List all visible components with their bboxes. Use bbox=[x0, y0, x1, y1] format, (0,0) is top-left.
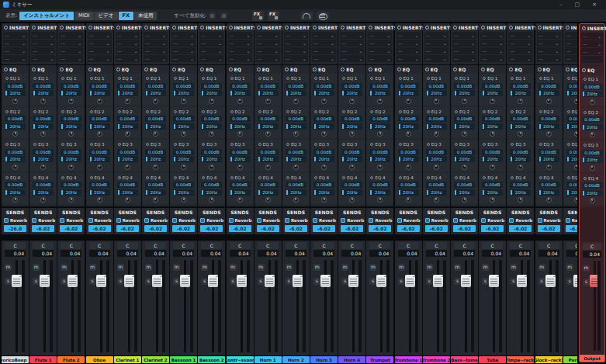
eq-band-power-icon[interactable] bbox=[230, 77, 234, 80]
eq-band-power-icon[interactable] bbox=[370, 176, 373, 179]
insert-slot-4[interactable]: Compr~⌄ bbox=[581, 56, 603, 63]
pan-control[interactable]: C bbox=[566, 242, 577, 249]
eq-band-power-icon[interactable] bbox=[342, 110, 345, 113]
inserts-power-icon[interactable] bbox=[200, 26, 204, 29]
eq-band-power-icon[interactable] bbox=[314, 176, 317, 179]
eq-freq-field[interactable]: 20Hz bbox=[313, 90, 334, 96]
send-power-icon[interactable] bbox=[538, 218, 542, 223]
insert-slot-2[interactable]: ---⌄ bbox=[312, 40, 336, 47]
eq-power-icon[interactable] bbox=[285, 68, 289, 71]
insert-slot-2[interactable]: ---⌄ bbox=[116, 40, 140, 47]
insert-slot-4[interactable]: ---⌄ bbox=[228, 55, 252, 62]
eq-gain-field[interactable]: 0.00dB bbox=[369, 116, 390, 122]
eq-freq-field[interactable]: 20Hz bbox=[454, 189, 475, 196]
insert-slot-2[interactable]: ---⌄ bbox=[3, 40, 27, 47]
eq-freq-field[interactable]: 20Hz bbox=[258, 189, 279, 196]
send-power-icon[interactable] bbox=[229, 218, 234, 223]
fader-track[interactable] bbox=[380, 260, 383, 353]
eq-power-icon[interactable] bbox=[257, 68, 261, 71]
solo-button[interactable]: s bbox=[5, 278, 12, 285]
insert-slot-4[interactable]: ---⌄ bbox=[284, 55, 308, 62]
fader-value-field[interactable]: 0.04 bbox=[89, 250, 110, 257]
pan-control[interactable]: C bbox=[61, 242, 81, 249]
eq-q-knob[interactable] bbox=[406, 131, 411, 137]
insert-slot-4[interactable]: ---⌄ bbox=[88, 55, 112, 62]
inserts-power-icon[interactable] bbox=[369, 26, 372, 29]
eq-gain-field[interactable]: 0.00dB bbox=[454, 182, 475, 188]
eq-q-knob[interactable] bbox=[237, 131, 243, 137]
inserts-power-icon[interactable] bbox=[4, 26, 8, 29]
eq-q-knob[interactable] bbox=[590, 99, 595, 105]
eq-band-power-icon[interactable] bbox=[511, 77, 514, 80]
solo-button[interactable]: s bbox=[369, 278, 376, 285]
solo-button[interactable]: s bbox=[482, 278, 489, 285]
eq-gain-field[interactable]: 0.00dB bbox=[582, 150, 603, 156]
eq-q-knob[interactable] bbox=[40, 131, 46, 137]
send-power-icon[interactable] bbox=[32, 218, 36, 223]
eq-freq-field[interactable]: 20Hz bbox=[145, 123, 166, 130]
channel-name-label[interactable]: Bassoon 1 bbox=[170, 356, 197, 363]
eq-freq-field[interactable]: 20Hz bbox=[482, 156, 503, 162]
eq-freq-field[interactable]: 20Hz bbox=[582, 157, 603, 163]
insert-slot-2[interactable]: ---⌄ bbox=[368, 40, 392, 47]
eq-q-knob[interactable] bbox=[68, 131, 74, 137]
eq-gain-field[interactable]: 0.00dB bbox=[398, 83, 419, 89]
eq-band-power-icon[interactable] bbox=[61, 110, 64, 113]
pan-control[interactable]: C bbox=[201, 242, 222, 249]
eq-power-icon[interactable] bbox=[453, 68, 457, 71]
eq-gain-field[interactable]: 0.00dB bbox=[201, 182, 222, 188]
insert-slot-1[interactable]: ---⌄ bbox=[3, 32, 27, 39]
eq-gain-field[interactable]: 0.00dB bbox=[5, 116, 26, 122]
eq-gain-field[interactable]: 0.00dB bbox=[230, 182, 251, 188]
eq-q-knob[interactable] bbox=[153, 197, 158, 203]
eq-q-knob[interactable] bbox=[434, 131, 439, 137]
eq-q-knob[interactable] bbox=[349, 165, 355, 170]
pan-control[interactable]: C bbox=[117, 242, 138, 249]
eq-gain-field[interactable]: 0.00dB bbox=[117, 182, 138, 188]
fader-track[interactable] bbox=[594, 261, 596, 352]
pan-control[interactable]: C bbox=[341, 242, 362, 249]
eq-freq-field[interactable]: 20Hz bbox=[258, 156, 279, 162]
eq-band-power-icon[interactable] bbox=[539, 77, 542, 80]
insert-slot-4[interactable]: ---⌄ bbox=[396, 55, 421, 62]
send-level-field[interactable]: -6.02 bbox=[341, 225, 363, 232]
eq-freq-field[interactable]: 20Hz bbox=[33, 90, 54, 96]
fader-track[interactable] bbox=[241, 260, 243, 353]
insert-slot-3[interactable]: ---⌄ bbox=[59, 47, 83, 54]
tab-midi[interactable]: MIDI bbox=[74, 12, 93, 20]
insert-slot-4[interactable]: ---⌄ bbox=[171, 55, 196, 62]
eq-q-knob[interactable] bbox=[40, 99, 46, 104]
insert-slot-1[interactable]: ---⌄ bbox=[508, 32, 532, 39]
eq-gain-field[interactable]: 0.00dB bbox=[5, 149, 26, 155]
inserts-power-icon[interactable] bbox=[582, 26, 586, 30]
eq-band-power-icon[interactable] bbox=[399, 110, 402, 113]
eq-freq-field[interactable]: 20Hz bbox=[286, 90, 306, 96]
insert-slot-4[interactable]: ---⌄ bbox=[59, 55, 83, 62]
mute-button[interactable]: m bbox=[426, 264, 433, 271]
eq-band-power-icon[interactable] bbox=[427, 143, 430, 146]
eq-freq-field[interactable]: 20Hz bbox=[341, 189, 362, 196]
eq-freq-field[interactable]: 20Hz bbox=[5, 90, 26, 96]
eq-freq-field[interactable]: 20Hz bbox=[313, 156, 334, 162]
eq-band-power-icon[interactable] bbox=[258, 176, 261, 179]
send-power-icon[interactable] bbox=[509, 218, 514, 223]
maximize-button[interactable]: ▢ bbox=[575, 2, 580, 8]
tab-fx[interactable]: FX bbox=[119, 12, 133, 20]
eq-gain-field[interactable]: 0.00dB bbox=[145, 149, 166, 155]
fader-value-field[interactable]: 0.04 bbox=[454, 250, 475, 257]
fader-track[interactable] bbox=[184, 260, 186, 353]
insert-slot-1[interactable]: ---⌄ bbox=[581, 33, 603, 40]
eq-gain-field[interactable]: 0.00dB bbox=[369, 149, 390, 155]
eq-gain-field[interactable]: 0.00dB bbox=[538, 83, 559, 89]
eq-gain-field[interactable]: 0.00dB bbox=[313, 149, 334, 155]
minimize-button[interactable]: – bbox=[559, 2, 563, 8]
fader-track[interactable] bbox=[16, 260, 18, 353]
eq-gain-field[interactable]: 0.00dB bbox=[117, 116, 138, 122]
eq-band-power-icon[interactable] bbox=[511, 143, 514, 146]
eq-band-power-icon[interactable] bbox=[399, 143, 402, 146]
eq-band-power-icon[interactable] bbox=[61, 77, 64, 80]
send-level-field[interactable]: -6.02 bbox=[257, 225, 279, 232]
insert-slot-2[interactable]: ---⌄ bbox=[565, 40, 577, 47]
insert-slot-2[interactable]: ---⌄ bbox=[59, 40, 83, 47]
fader-value-field[interactable]: 0.04 bbox=[230, 250, 251, 257]
